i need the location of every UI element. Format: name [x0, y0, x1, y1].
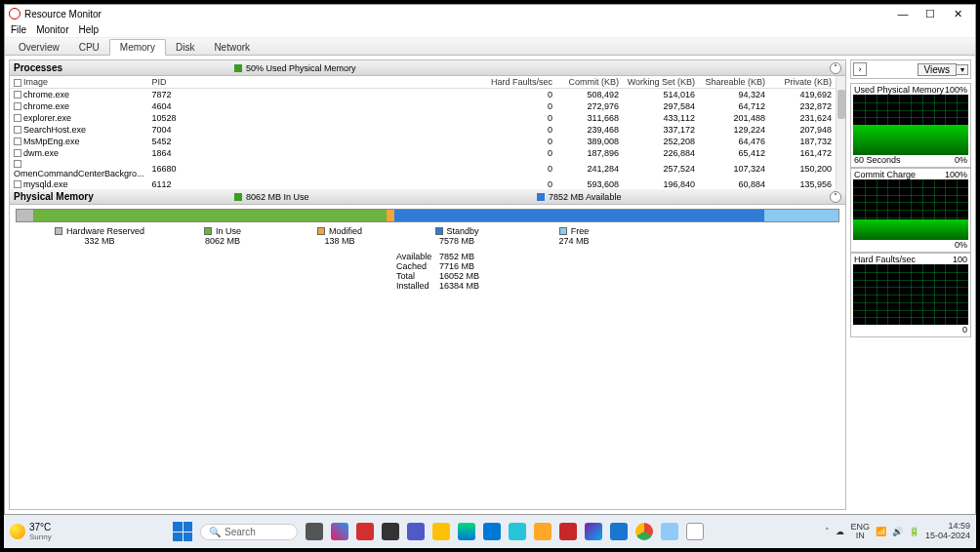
row-checkbox[interactable] [14, 114, 21, 122]
select-all-checkbox[interactable] [14, 79, 21, 87]
app-icon [9, 8, 20, 20]
system-tray[interactable]: ˄ ☁ ENG IN 📶 🔊 🔋 14:59 15-04-2024 [825, 522, 970, 541]
clock[interactable]: 14:59 15-04-2024 [925, 522, 970, 541]
condition: Sunny [29, 532, 52, 541]
menu-monitor[interactable]: Monitor [36, 24, 68, 35]
row-checkbox[interactable] [14, 160, 21, 168]
graph-panel: Commit Charge100%0% [850, 168, 971, 253]
row-checkbox[interactable] [14, 138, 21, 145]
titlebar[interactable]: Resource Monitor — ☐ ✕ [5, 5, 975, 22]
col-commit[interactable]: Commit (KB) [556, 76, 623, 89]
inuse-color-icon [234, 193, 242, 201]
row-checkbox[interactable] [14, 180, 21, 188]
col-image[interactable]: Image [10, 76, 148, 89]
graph-panel: Used Physical Memory100%60 Seconds0% [850, 83, 971, 168]
search-icon: 🔍 [209, 527, 221, 537]
table-row[interactable]: explorer.exe105280311,668433,112201,4882… [10, 112, 836, 124]
onedrive-icon[interactable]: ☁ [836, 527, 844, 536]
graph-foot-right: 0% [955, 240, 967, 250]
table-row[interactable]: MsMpEng.exe54520389,008252,20864,476187,… [10, 136, 836, 147]
processes-header[interactable]: Processes 50% Used Physical Memory ˄ [10, 60, 845, 76]
legend-item: Standby7578 MB [418, 226, 496, 246]
app-icon-6[interactable] [610, 523, 628, 540]
tab-cpu[interactable]: CPU [69, 40, 109, 55]
battery-icon[interactable]: 🔋 [909, 527, 919, 536]
views-button[interactable]: Views [918, 63, 958, 76]
collapse-processes-icon[interactable]: ˄ [830, 62, 841, 74]
mcafee-icon[interactable] [559, 523, 577, 540]
physmem-avail: 7852 MB Available [549, 192, 621, 202]
graph-max: 100 [953, 255, 967, 264]
taskbar[interactable]: 37°C Sunny 🔍 Search ˄ ☁ ENG IN 📶 [4, 515, 976, 548]
graph-max: 100% [945, 85, 967, 95]
lang-2[interactable]: IN [850, 532, 870, 540]
tab-network[interactable]: Network [204, 40, 260, 55]
taskbar-search[interactable]: 🔍 Search [200, 524, 298, 540]
row-checkbox[interactable] [14, 91, 21, 99]
table-row[interactable]: OmenCommandCenterBackgro...166800241,284… [10, 159, 836, 178]
app-icon-5[interactable] [585, 523, 602, 540]
graph-title: Hard Faults/sec [854, 255, 916, 264]
summary-row: Installed16384 MB [396, 281, 839, 291]
edge-icon[interactable] [458, 523, 475, 540]
row-checkbox[interactable] [14, 126, 21, 134]
row-checkbox[interactable] [14, 149, 21, 157]
table-scrollbar[interactable] [836, 76, 845, 189]
stat-color-icon [234, 64, 242, 72]
store-icon[interactable] [483, 523, 501, 540]
col-hardfaults[interactable]: Hard Faults/sec [195, 76, 556, 89]
membar-standby [394, 210, 764, 221]
tab-memory[interactable]: Memory [109, 39, 166, 56]
tab-overview[interactable]: Overview [9, 40, 69, 55]
row-checkbox[interactable] [14, 102, 21, 110]
menu-file[interactable]: File [11, 24, 26, 35]
copilot-icon[interactable] [331, 523, 348, 540]
app-icon-4[interactable] [534, 523, 551, 540]
col-shareable[interactable]: Shareable (KB) [699, 76, 769, 89]
start-button[interactable] [173, 522, 192, 541]
physmem-header[interactable]: Physical Memory 8062 MB In Use 7852 MB A… [10, 189, 845, 205]
tab-disk[interactable]: Disk [166, 40, 204, 55]
app-icon-7[interactable] [661, 523, 678, 540]
collapse-physmem-icon[interactable]: ˄ [830, 191, 841, 203]
weather-widget[interactable]: 37°C Sunny [10, 522, 52, 541]
date: 15-04-2024 [925, 532, 970, 541]
taskview-icon[interactable] [306, 523, 323, 540]
col-pid[interactable]: PID [148, 76, 195, 89]
chrome-icon[interactable] [635, 523, 653, 540]
app-icon-2[interactable] [382, 523, 399, 540]
app-icon-1[interactable] [356, 523, 374, 540]
processes-title: Processes [14, 62, 62, 73]
summary-row: Total16052 MB [396, 271, 839, 281]
close-button[interactable]: ✕ [944, 8, 971, 20]
graph-canvas [853, 95, 968, 155]
graph-title: Commit Charge [854, 170, 916, 179]
maximize-button[interactable]: ☐ [917, 8, 944, 20]
graph-title: Used Physical Memory [854, 85, 944, 95]
membar-modified [387, 210, 394, 221]
graph-foot-left: 60 Seconds [854, 155, 901, 165]
teams-icon[interactable] [407, 523, 425, 540]
legend-item: Modified138 MB [301, 226, 379, 246]
table-row[interactable]: dwm.exe18640187,896226,88465,412161,472 [10, 147, 836, 159]
physmem-title: Physical Memory [14, 191, 94, 202]
graph-foot-right: 0% [955, 155, 967, 165]
expand-side-icon[interactable]: › [853, 62, 867, 76]
wifi-icon[interactable]: 📶 [876, 527, 886, 536]
tray-chevron-icon[interactable]: ˄ [825, 527, 830, 536]
table-row[interactable]: chrome.exe46040272,976297,58464,712232,8… [10, 100, 836, 112]
explorer-icon[interactable] [432, 523, 450, 540]
table-row[interactable]: mysqld.exe61120593,608196,84060,884135,9… [10, 178, 836, 190]
app-icon-3[interactable] [509, 523, 526, 540]
menu-help[interactable]: Help [78, 24, 99, 35]
sound-icon[interactable]: 🔊 [892, 527, 903, 536]
table-row[interactable]: SearchHost.exe70040239,468337,172129,224… [10, 124, 836, 136]
col-workingset[interactable]: Working Set (KB) [623, 76, 699, 89]
memory-legend: Hardware Reserved332 MBIn Use8062 MBModi… [16, 226, 839, 246]
table-row[interactable]: chrome.exe78720508,492514,01694,324419,6… [10, 89, 836, 100]
minimize-button[interactable]: — [889, 8, 917, 20]
resmon-icon[interactable] [686, 523, 704, 540]
views-dropdown-icon[interactable]: ▾ [957, 64, 968, 75]
col-private[interactable]: Private (KB) [769, 76, 836, 89]
side-panel: › Views ▾ Used Physical Memory100%60 Sec… [850, 59, 971, 510]
